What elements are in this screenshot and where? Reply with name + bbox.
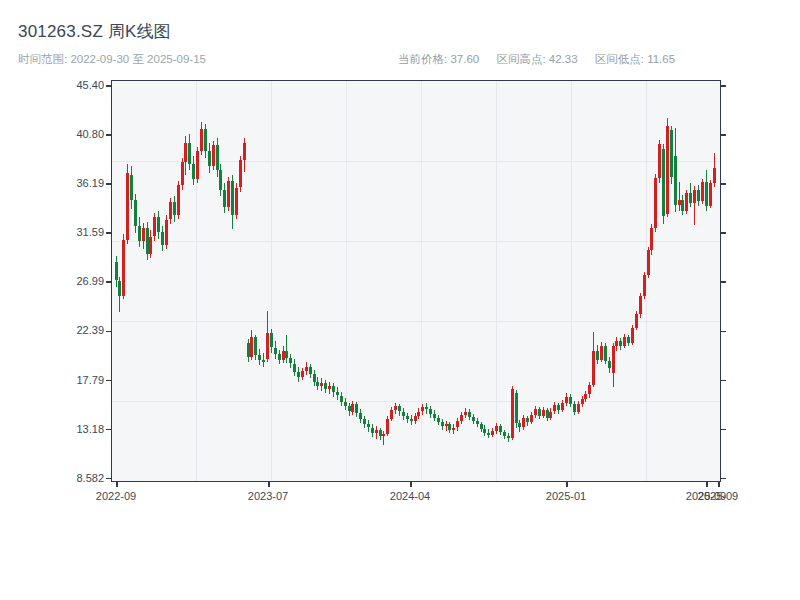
y-tick-label: 45.40 [44,79,104,91]
y-tick-mark [721,429,726,431]
x-tick-mark [410,482,412,487]
x-tick-label: 2023-07 [248,490,288,502]
x-tick-label: 2025-01 [546,490,586,502]
y-tick-label: 26.99 [44,275,104,287]
y-tick-mark [106,134,111,136]
y-tick-label: 36.19 [44,177,104,189]
x-tick-label: 2022-09 [96,490,136,502]
y-tick-mark [721,232,726,234]
y-tick-mark [106,380,111,382]
y-tick-mark [721,134,726,136]
kline-chart: 45.4040.8036.1931.5926.9922.3917.7913.18… [0,0,800,600]
y-tick-label: 8.582 [44,472,104,484]
x-tick-mark [268,482,270,487]
y-tick-label: 17.79 [44,374,104,386]
plot-border [111,80,721,482]
app-window: 301263.SZ 周K线图 时间范围: 2022-09-30 至 2025-0… [0,0,800,600]
y-tick-label: 13.18 [44,423,104,435]
y-tick-mark [721,331,726,333]
x-tick-label: 2025-09 [698,490,738,502]
x-tick-mark [718,482,720,487]
y-tick-mark [106,281,111,283]
y-tick-label: 40.80 [44,128,104,140]
y-tick-mark [721,85,726,87]
x-tick-label: 2024-04 [390,490,430,502]
y-tick-mark [721,380,726,382]
x-tick-mark [116,482,118,487]
y-tick-mark [106,478,111,480]
y-tick-mark [106,429,111,431]
y-tick-mark [106,85,111,87]
y-tick-mark [721,281,726,283]
y-tick-mark [106,183,111,185]
y-tick-mark [721,183,726,185]
y-tick-mark [721,478,726,480]
y-tick-label: 22.39 [44,324,104,336]
y-tick-mark [106,232,111,234]
x-tick-mark [706,482,708,487]
x-tick-mark [566,482,568,487]
y-tick-mark [106,331,111,333]
y-tick-label: 31.59 [44,226,104,238]
